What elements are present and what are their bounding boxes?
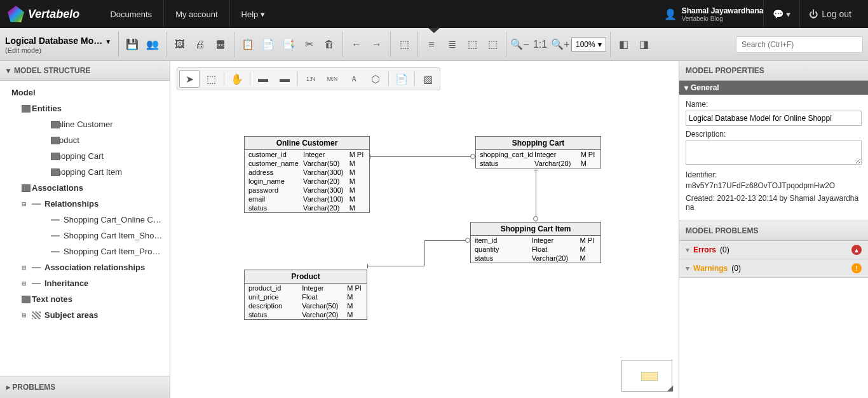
tree-entity-product[interactable]: Product xyxy=(0,132,170,148)
document-title-block[interactable]: Logical Database Mo…▼ (Edit mode) xyxy=(5,35,118,54)
zoom-out-icon[interactable]: 🔍− xyxy=(510,35,529,54)
model-properties-header[interactable]: MODEL PROPERTIES xyxy=(679,61,868,81)
arrange2-icon[interactable]: ⬚ xyxy=(483,35,502,54)
nav-documents[interactable]: Documents xyxy=(98,0,163,28)
many-to-many-tool-icon[interactable]: M:N xyxy=(322,70,342,88)
model-description-input[interactable] xyxy=(686,141,862,165)
user-section[interactable]: 👤 Shamal Jayawardhana Vertabelo Blog xyxy=(664,6,764,22)
entity-column-row[interactable]: customer_nameVarchar(50)M xyxy=(245,159,369,168)
collapse-icon[interactable]: ⊟ xyxy=(22,201,28,207)
image-export-icon[interactable]: 🖼 xyxy=(170,35,189,54)
table-tool-icon[interactable]: ▬ xyxy=(275,70,295,88)
chat-icon[interactable]: 💬 ▾ xyxy=(763,0,799,28)
delete-icon[interactable]: 🗑 xyxy=(320,35,339,54)
entity-column-row[interactable]: customer_idIntegerM PI xyxy=(245,150,369,159)
copy-icon[interactable]: 📋 xyxy=(238,35,257,54)
panel-left-toggle-icon[interactable]: ◧ xyxy=(614,35,634,54)
rel-line[interactable] xyxy=(367,266,424,266)
tree-rel-2[interactable]: Shopping Cart Item_Sho… xyxy=(0,228,170,244)
fit-icon[interactable]: ⬚ xyxy=(395,35,414,54)
entity-column-row[interactable]: addressVarchar(300)M xyxy=(245,168,369,177)
inherit-tool-icon[interactable]: ⬡ xyxy=(365,70,386,88)
resize-icon[interactable]: ◢ xyxy=(667,383,673,392)
tree-rel-1[interactable]: Shopping Cart_Online C… xyxy=(0,212,170,228)
share-icon[interactable]: 👥 xyxy=(143,35,162,54)
rel-line[interactable] xyxy=(424,240,425,266)
pan-tool-icon[interactable]: ✋ xyxy=(227,70,247,88)
entity-column-row[interactable]: login_nameVarchar(20)M xyxy=(245,177,369,186)
model-structure-header[interactable]: ▾MODEL STRUCTURE xyxy=(0,61,170,81)
problems-panel-toggle[interactable]: ▸ PROBLEMS xyxy=(0,376,170,398)
zoom-in-icon[interactable]: 🔍+ xyxy=(551,35,570,54)
entity-shopping-cart-item[interactable]: Shopping Cart Item item_idIntegerM PIqua… xyxy=(470,222,601,263)
entity-column-row[interactable]: statusVarchar(20)M xyxy=(471,254,600,263)
assoc-tool-icon[interactable]: A xyxy=(344,70,364,88)
paste-special-icon[interactable]: 📑 xyxy=(279,35,298,54)
warnings-row[interactable]: ▾ Warnings (0) ! xyxy=(679,259,868,278)
panel-right-toggle-icon[interactable]: ◨ xyxy=(635,35,654,54)
tree-entities[interactable]: ⊟Entities xyxy=(0,100,170,116)
area-tool-icon[interactable]: ▨ xyxy=(417,70,438,88)
entity-product[interactable]: Product product_idIntegerM PIunit_priceF… xyxy=(244,270,367,320)
expand-icon[interactable]: ⊞ xyxy=(22,280,28,287)
note-tool-icon[interactable]: 📄 xyxy=(391,70,412,88)
model-problems-header[interactable]: MODEL PROBLEMS xyxy=(679,221,868,241)
save-icon[interactable]: 💾 xyxy=(123,35,142,54)
entity-column-row[interactable]: item_idIntegerM PI xyxy=(471,236,600,245)
zoom-reset-icon[interactable]: 1:1 xyxy=(531,35,550,54)
search-input[interactable] xyxy=(736,36,863,53)
entity-column-row[interactable]: descriptionVarchar(50)M xyxy=(245,301,367,310)
redo-icon[interactable]: → xyxy=(367,35,386,54)
entity-column-row[interactable]: unit_priceFloatM xyxy=(245,292,367,301)
rel-line[interactable] xyxy=(424,240,470,241)
tree-assoc-relationships[interactable]: ⊞Association relationships xyxy=(0,259,170,275)
entity-tool-icon[interactable]: ▬ xyxy=(253,70,273,88)
doc-export-icon[interactable]: DOC xyxy=(211,35,230,54)
tree-inheritance[interactable]: ⊞Inheritance xyxy=(0,275,170,291)
logout-button[interactable]: ⏻ Log out xyxy=(799,0,860,28)
nav-my-account[interactable]: My account xyxy=(163,0,229,28)
entity-column-row[interactable]: emailVarchar(100)M xyxy=(245,195,369,203)
minimap[interactable]: ◢ xyxy=(621,360,672,392)
expand-icon[interactable]: ⊞ xyxy=(22,312,28,319)
nav-help[interactable]: Help▾ xyxy=(229,0,277,28)
entity-column-row[interactable]: statusVarchar(20)M xyxy=(245,310,367,319)
tree-subject-areas[interactable]: ⊞Subject areas xyxy=(0,307,170,323)
tree-entity-online-customer[interactable]: Online Customer xyxy=(0,116,170,132)
tree-rel-3[interactable]: Shopping Cart Item_Pro… xyxy=(0,244,170,259)
paste-icon[interactable]: 📄 xyxy=(259,35,278,54)
errors-row[interactable]: ▾ Errors (0) ▲ xyxy=(679,241,868,259)
tree-entity-shopping-cart[interactable]: Shopping Cart xyxy=(0,148,170,164)
marquee-tool-icon[interactable]: ⬚ xyxy=(201,70,221,88)
print-icon[interactable]: 🖨 xyxy=(191,35,210,54)
tree-entity-shopping-cart-item[interactable]: Shopping Cart Item xyxy=(0,164,170,180)
tree-root-model[interactable]: Model xyxy=(0,85,170,100)
entity-column-row[interactable]: shopping_cart_idIntegerM PI xyxy=(476,150,600,159)
zoom-select[interactable]: 100%▾ xyxy=(571,38,606,51)
tree-associations[interactable]: ⊞Associations xyxy=(0,180,170,196)
cut-icon[interactable]: ✂ xyxy=(299,35,318,54)
entity-column-row[interactable]: quantityFloatM xyxy=(471,245,600,254)
entity-column-row[interactable]: product_idIntegerM PI xyxy=(245,284,367,292)
align-left-icon[interactable]: ≡ xyxy=(422,35,441,54)
rel-line[interactable] xyxy=(536,170,536,222)
rel-line[interactable] xyxy=(370,156,475,157)
entity-column-row[interactable]: passwordVarchar(300)M xyxy=(245,186,369,195)
general-section-header[interactable]: ▾General xyxy=(679,81,868,95)
arrange-icon[interactable]: ⬚ xyxy=(463,35,482,54)
canvas-area[interactable]: ➤ ⬚ ✋ ▬ ▬ 1:N M:N A ⬡ 📄 ▨ xyxy=(170,61,679,398)
entity-column-row[interactable]: statusVarchar(20)M xyxy=(245,203,369,212)
diagram-canvas[interactable]: Online Customer customer_idIntegerM PIcu… xyxy=(170,61,679,398)
expand-icon[interactable]: ⊞ xyxy=(22,264,28,271)
pointer-tool-icon[interactable]: ➤ xyxy=(179,70,200,88)
brand-logo[interactable]: Vertabelo xyxy=(8,6,79,22)
entity-column-row[interactable]: statusVarchar(20)M xyxy=(476,159,600,168)
align-center-icon[interactable]: ≣ xyxy=(442,35,461,54)
tree-text-notes[interactable]: ⊞Text notes xyxy=(0,291,170,307)
undo-icon[interactable]: ← xyxy=(347,35,366,54)
tree-relationships[interactable]: ⊟Relationships xyxy=(0,196,170,212)
entity-shopping-cart[interactable]: Shopping Cart shopping_cart_idIntegerM P… xyxy=(475,136,601,168)
entity-online-customer[interactable]: Online Customer customer_idIntegerM PIcu… xyxy=(244,136,370,213)
model-name-input[interactable] xyxy=(686,111,862,126)
one-to-many-tool-icon[interactable]: 1:N xyxy=(301,70,321,88)
